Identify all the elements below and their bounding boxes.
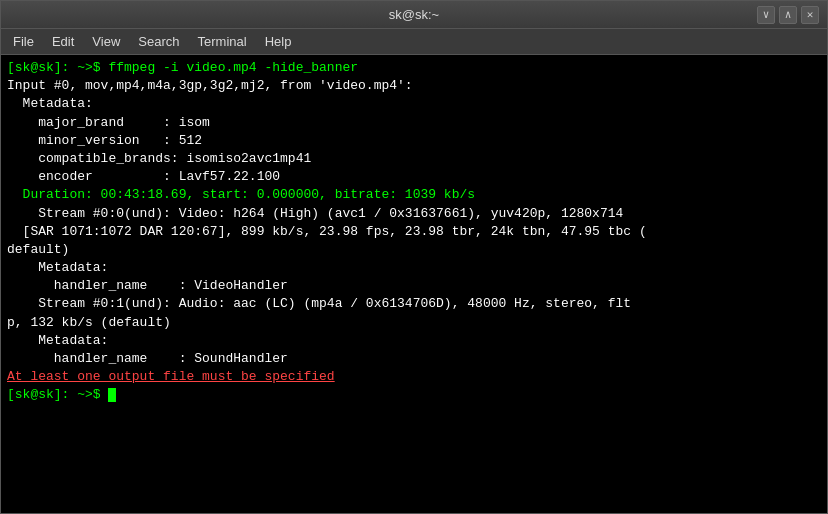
terminal-line: handler_name : SoundHandler [7,350,821,368]
terminal-line: [SAR 1071:1072 DAR 120:67], 899 kb/s, 23… [7,223,821,241]
menu-item-file[interactable]: File [5,32,42,51]
terminal-line: Stream #0:0(und): Video: h264 (High) (av… [7,205,821,223]
terminal-body[interactable]: [sk@sk]: ~>$ ffmpeg -i video.mp4 -hide_b… [1,55,827,513]
terminal-line: Metadata: [7,259,821,277]
terminal-line: default) [7,241,821,259]
minimize-button[interactable]: ∨ [757,6,775,24]
close-button[interactable]: ✕ [801,6,819,24]
menu-item-terminal[interactable]: Terminal [190,32,255,51]
terminal-line: Duration: 00:43:18.69, start: 0.000000, … [7,186,821,204]
menu-bar: FileEditViewSearchTerminalHelp [1,29,827,55]
menu-item-help[interactable]: Help [257,32,300,51]
terminal-line: Metadata: [7,95,821,113]
menu-item-view[interactable]: View [84,32,128,51]
terminal-line: Metadata: [7,332,821,350]
terminal-cursor [108,388,116,402]
title-bar-controls: ∨ ∧ ✕ [757,6,819,24]
terminal-line: minor_version : 512 [7,132,821,150]
terminal-line: handler_name : VideoHandler [7,277,821,295]
terminal-line: Stream #0:1(und): Audio: aac (LC) (mp4a … [7,295,821,313]
terminal-line: major_brand : isom [7,114,821,132]
title-bar: sk@sk:~ ∨ ∧ ✕ [1,1,827,29]
terminal-line: encoder : Lavf57.22.100 [7,168,821,186]
terminal-window: sk@sk:~ ∨ ∧ ✕ FileEditViewSearchTerminal… [0,0,828,514]
window-title: sk@sk:~ [389,7,439,22]
terminal-line: [sk@sk]: ~>$ [7,386,821,404]
terminal-line: Input #0, mov,mp4,m4a,3gp,3g2,mj2, from … [7,77,821,95]
menu-item-search[interactable]: Search [130,32,187,51]
terminal-line: [sk@sk]: ~>$ ffmpeg -i video.mp4 -hide_b… [7,59,821,77]
terminal-line: p, 132 kb/s (default) [7,314,821,332]
terminal-line: compatible_brands: isomiso2avc1mp41 [7,150,821,168]
terminal-line: At least one output file must be specifi… [7,368,821,386]
maximize-button[interactable]: ∧ [779,6,797,24]
menu-item-edit[interactable]: Edit [44,32,82,51]
